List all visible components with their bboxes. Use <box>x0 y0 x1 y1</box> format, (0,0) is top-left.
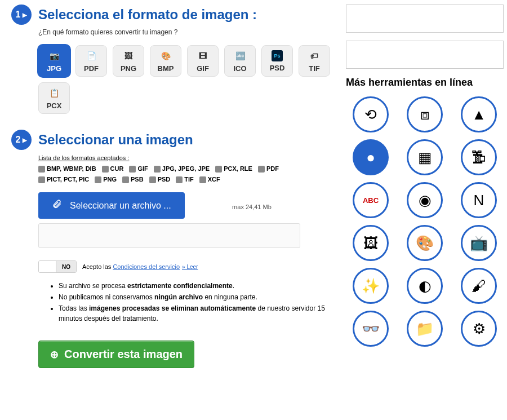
format-label: JPG <box>47 64 61 73</box>
format-psd-button[interactable]: PsPSD <box>261 45 293 77</box>
format-jpg-button[interactable]: 📷JPG <box>38 45 70 77</box>
effects-tool[interactable]: ✨ <box>353 268 389 304</box>
folder-tool[interactable]: 📁 <box>407 311 443 347</box>
accepted-format: CUR <box>102 163 124 174</box>
accepted-format: PCX, RLE <box>215 163 252 174</box>
step1-title: Selecciona el formato de imagen : <box>38 7 257 23</box>
png-icon: 🖼 <box>122 50 135 62</box>
format-label: BMP <box>158 64 174 73</box>
privacy-item: Todas las imágenes procesadas se elimina… <box>59 303 335 324</box>
format-pdf-button[interactable]: 📄PDF <box>75 45 107 77</box>
step2-title: Seleccionar una imagen <box>38 132 193 148</box>
grid-tool[interactable]: ▦ <box>407 139 443 175</box>
step1-subtitle: ¿En qué formato quieres convertir tu ima… <box>38 28 335 36</box>
format-label: GIF <box>197 64 209 73</box>
main-panel: 1▶ Selecciona el formato de imagen : ¿En… <box>2 5 335 368</box>
icons-tool[interactable]: ⚙ <box>461 311 497 347</box>
format-png-button[interactable]: 🖼PNG <box>113 45 144 77</box>
format-ico-button[interactable]: 🔤ICO <box>224 45 256 77</box>
tools-grid: ⟲⧈▲●▦🗜ABC◉N🖼🎨📺✨◐🖌👓📁⚙ <box>346 96 504 347</box>
format-bmp-button[interactable]: 🎨BMP <box>150 45 181 77</box>
accepted-format: BMP, WBMP, DIB <box>38 163 96 174</box>
accepted-format: GIF <box>129 163 148 174</box>
download-icon: ⊕ <box>50 348 59 361</box>
format-label: ICO <box>233 64 246 73</box>
convert-button[interactable]: ⊕ Convertir esta imagen <box>38 341 194 368</box>
format-grid: 📷JPG📄PDF🖼PNG🎨BMP🎞GIF🔤ICOPsPSD🏷TIF📋PCX <box>38 45 335 114</box>
terms-link[interactable]: Condiciones del servicio <box>113 263 180 270</box>
accepted-format: JPG, JPEG, JPE <box>154 163 210 174</box>
format-label: PDF <box>84 64 99 73</box>
sidebar: Más herramientas en línea ⟲⧈▲●▦🗜ABC◉N🖼🎨📺… <box>346 5 504 368</box>
format-gif-button[interactable]: 🎞GIF <box>187 45 219 77</box>
sphere-tool[interactable]: ◐ <box>407 268 443 304</box>
mirror-tool[interactable]: ▲ <box>461 96 497 132</box>
psd-icon: Ps <box>272 50 283 61</box>
pdf-icon: 📄 <box>85 50 97 62</box>
paperclip-icon <box>52 199 62 212</box>
format-label: TIF <box>309 64 320 73</box>
accepted-formats-label: Lista de los formatos aceptados : <box>38 154 335 161</box>
accepted-format: TIF <box>176 174 194 185</box>
accepted-format: PDF <box>258 163 279 174</box>
pcx-icon: 📋 <box>48 87 60 99</box>
format-label: PCX <box>47 101 62 110</box>
read-link[interactable]: » Leer <box>182 264 198 270</box>
accepted-format: PSB <box>122 174 144 185</box>
file-drop-area[interactable] <box>38 223 300 248</box>
step1-badge: 1▶ <box>11 5 32 25</box>
step2-header: 2▶ Seleccionar una imagen <box>11 130 335 150</box>
abc-tool[interactable]: ABC <box>353 182 389 218</box>
bmp-icon: 🎨 <box>159 50 172 62</box>
accepted-formats-list: BMP, WBMP, DIBCURGIFJPG, JPEG, JPEPCX, R… <box>38 163 335 184</box>
toggle-no-label: NO <box>56 261 76 272</box>
select-file-button[interactable]: Seleccionar un archivo ... <box>38 192 185 219</box>
ad-box-2 <box>346 41 504 69</box>
convert-button-label: Convertir esta imagen <box>64 348 183 361</box>
gif-icon: 🎞 <box>197 50 209 62</box>
ico-icon: 🔤 <box>234 50 246 62</box>
sepia-tool[interactable]: 🖼 <box>353 225 389 261</box>
brush-tool[interactable]: 🖌 <box>461 268 497 304</box>
compress-tool[interactable]: 🗜 <box>461 139 497 175</box>
privacy-list: Su archivo se procesa estrictamente conf… <box>45 281 335 324</box>
3d-tool[interactable]: 👓 <box>353 311 389 347</box>
accepted-format: PSD <box>149 174 171 185</box>
format-tif-button[interactable]: 🏷TIF <box>299 45 330 77</box>
badge-tool[interactable]: ◉ <box>407 182 443 218</box>
step2-badge: 2▶ <box>11 130 32 150</box>
format-label: PSD <box>270 64 285 72</box>
accepted-format: PNG <box>95 174 117 185</box>
accepted-format: XCF <box>199 174 220 185</box>
play-icon: ▶ <box>23 12 27 18</box>
accepted-format: PICT, PCT, PIC <box>38 174 89 185</box>
ad-box-1 <box>346 5 504 33</box>
terms-text: Acepto las Condiciones del servicio <box>82 263 180 270</box>
step1-header: 1▶ Selecciona el formato de imagen : <box>11 5 335 25</box>
privacy-item: Su archivo se procesa estrictamente conf… <box>59 281 335 291</box>
rotate-tool[interactable]: ⟲ <box>353 96 389 132</box>
privacy-item: No publicamos ni conservamos ningún arch… <box>59 292 335 302</box>
max-size-label: max 24,41 Mb <box>232 204 272 210</box>
terms-row: NO Acepto las Condiciones del servicio »… <box>38 260 335 273</box>
format-label: PNG <box>121 64 136 73</box>
terms-toggle[interactable]: NO <box>38 260 77 273</box>
nb-tool[interactable]: N <box>461 182 497 218</box>
crop-tool[interactable]: ⧈ <box>407 96 443 132</box>
palette-tool[interactable]: 🎨 <box>407 225 443 261</box>
resize-tool[interactable]: ● <box>353 139 389 175</box>
play-icon: ▶ <box>23 137 27 143</box>
toggle-knob <box>39 261 56 272</box>
format-pcx-button[interactable]: 📋PCX <box>38 82 70 114</box>
tif-icon: 🏷 <box>308 50 321 62</box>
jpg-icon: 📷 <box>48 50 60 62</box>
select-file-label: Seleccionar un archivo ... <box>70 201 171 211</box>
tv-tool[interactable]: 📺 <box>461 225 497 261</box>
tools-title: Más herramientas en línea <box>346 77 504 89</box>
